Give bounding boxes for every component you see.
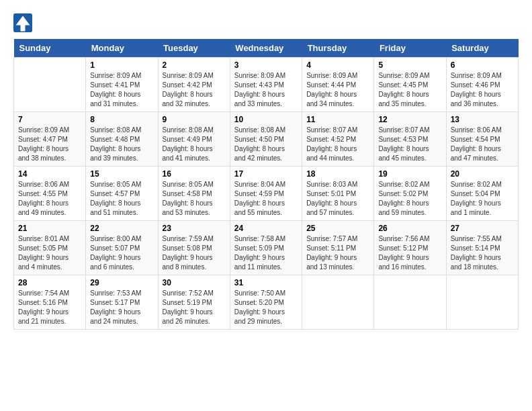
day-number: 23	[163, 224, 226, 233]
day-info: Sunrise: 8:02 AMSunset: 5:04 PMDaylight:…	[451, 180, 514, 218]
calendar-cell: 1 Sunrise: 8:09 AMSunset: 4:41 PMDayligh…	[86, 58, 158, 112]
logo-icon	[13, 13, 32, 32]
calendar-cell: 23 Sunrise: 7:59 AMSunset: 5:08 PMDaylig…	[158, 221, 230, 275]
calendar-cell: 24 Sunrise: 7:58 AMSunset: 5:09 PMDaylig…	[230, 221, 302, 275]
calendar-cell	[446, 275, 518, 330]
day-info: Sunrise: 8:07 AMSunset: 4:52 PMDaylight:…	[306, 126, 369, 163]
calendar-week-2: 7 Sunrise: 8:09 AMSunset: 4:47 PMDayligh…	[14, 112, 519, 167]
logo	[13, 13, 35, 32]
day-info: Sunrise: 8:09 AMSunset: 4:43 PMDaylight:…	[234, 71, 298, 109]
calendar-cell: 6 Sunrise: 8:09 AMSunset: 4:46 PMDayligh…	[446, 58, 518, 112]
calendar-cell: 9 Sunrise: 8:08 AMSunset: 4:49 PMDayligh…	[158, 112, 230, 167]
calendar-cell: 16 Sunrise: 8:05 AMSunset: 4:58 PMDaylig…	[158, 167, 230, 221]
calendar-cell: 19 Sunrise: 8:02 AMSunset: 5:02 PMDaylig…	[374, 167, 446, 221]
calendar-cell	[14, 58, 86, 112]
day-number: 9	[163, 115, 226, 124]
calendar-week-4: 21 Sunrise: 8:01 AMSunset: 5:05 PMDaylig…	[14, 221, 519, 275]
day-number: 28	[18, 278, 81, 287]
day-number: 2	[163, 60, 226, 70]
calendar-cell: 28 Sunrise: 7:54 AMSunset: 5:16 PMDaylig…	[14, 275, 86, 330]
calendar-week-3: 14 Sunrise: 8:06 AMSunset: 4:55 PMDaylig…	[14, 167, 519, 221]
calendar-cell: 18 Sunrise: 8:03 AMSunset: 5:01 PMDaylig…	[302, 167, 374, 221]
day-number: 7	[18, 115, 81, 124]
day-info: Sunrise: 7:59 AMSunset: 5:08 PMDaylight:…	[163, 234, 226, 272]
day-info: Sunrise: 7:50 AMSunset: 5:20 PMDaylight:…	[234, 289, 298, 326]
calendar-cell: 30 Sunrise: 7:52 AMSunset: 5:19 PMDaylig…	[158, 275, 230, 330]
calendar-week-5: 28 Sunrise: 7:54 AMSunset: 5:16 PMDaylig…	[14, 275, 519, 330]
day-number: 19	[378, 169, 441, 179]
calendar-cell	[302, 275, 374, 330]
day-number: 30	[163, 278, 226, 287]
calendar-cell	[374, 275, 446, 330]
day-number: 17	[234, 169, 298, 179]
day-info: Sunrise: 8:09 AMSunset: 4:45 PMDaylight:…	[378, 71, 441, 109]
day-number: 11	[306, 115, 369, 124]
day-number: 18	[306, 169, 369, 179]
day-number: 31	[234, 278, 298, 287]
calendar-cell: 7 Sunrise: 8:09 AMSunset: 4:47 PMDayligh…	[14, 112, 86, 167]
day-info: Sunrise: 8:09 AMSunset: 4:41 PMDaylight:…	[90, 71, 153, 109]
calendar-cell: 21 Sunrise: 8:01 AMSunset: 5:05 PMDaylig…	[14, 221, 86, 275]
day-header-friday: Friday	[374, 39, 446, 58]
day-header-sunday: Sunday	[14, 39, 86, 58]
day-info: Sunrise: 7:58 AMSunset: 5:09 PMDaylight:…	[234, 234, 298, 272]
calendar-cell: 8 Sunrise: 8:08 AMSunset: 4:48 PMDayligh…	[86, 112, 158, 167]
day-number: 22	[90, 224, 153, 233]
day-info: Sunrise: 7:57 AMSunset: 5:11 PMDaylight:…	[306, 234, 369, 272]
day-info: Sunrise: 8:08 AMSunset: 4:48 PMDaylight:…	[90, 126, 153, 163]
calendar-cell: 25 Sunrise: 7:57 AMSunset: 5:11 PMDaylig…	[302, 221, 374, 275]
calendar-cell: 5 Sunrise: 8:09 AMSunset: 4:45 PMDayligh…	[374, 58, 446, 112]
calendar-cell: 22 Sunrise: 8:00 AMSunset: 5:07 PMDaylig…	[86, 221, 158, 275]
day-number: 14	[18, 169, 81, 179]
calendar-cell: 13 Sunrise: 8:06 AMSunset: 4:54 PMDaylig…	[446, 112, 518, 167]
day-info: Sunrise: 8:09 AMSunset: 4:44 PMDaylight:…	[306, 71, 369, 109]
day-number: 8	[90, 115, 153, 124]
day-info: Sunrise: 8:09 AMSunset: 4:47 PMDaylight:…	[18, 126, 81, 163]
day-number: 16	[163, 169, 226, 179]
calendar-cell: 11 Sunrise: 8:07 AMSunset: 4:52 PMDaylig…	[302, 112, 374, 167]
day-info: Sunrise: 7:53 AMSunset: 5:17 PMDaylight:…	[90, 289, 153, 326]
day-number: 26	[378, 224, 441, 233]
day-number: 15	[90, 169, 153, 179]
day-number: 10	[234, 115, 298, 124]
day-info: Sunrise: 8:00 AMSunset: 5:07 PMDaylight:…	[90, 234, 153, 272]
header	[13, 13, 519, 32]
calendar-cell: 29 Sunrise: 7:53 AMSunset: 5:17 PMDaylig…	[86, 275, 158, 330]
calendar-header-row: SundayMondayTuesdayWednesdayThursdayFrid…	[14, 39, 519, 58]
day-info: Sunrise: 8:05 AMSunset: 4:57 PMDaylight:…	[90, 180, 153, 218]
day-info: Sunrise: 8:05 AMSunset: 4:58 PMDaylight:…	[163, 180, 226, 218]
calendar-cell: 31 Sunrise: 7:50 AMSunset: 5:20 PMDaylig…	[230, 275, 302, 330]
day-header-monday: Monday	[86, 39, 158, 58]
calendar-cell: 26 Sunrise: 7:56 AMSunset: 5:12 PMDaylig…	[374, 221, 446, 275]
day-number: 1	[90, 60, 153, 70]
day-number: 21	[18, 224, 81, 233]
day-number: 5	[378, 60, 441, 70]
calendar-cell: 20 Sunrise: 8:02 AMSunset: 5:04 PMDaylig…	[446, 167, 518, 221]
calendar-cell: 10 Sunrise: 8:08 AMSunset: 4:50 PMDaylig…	[230, 112, 302, 167]
day-info: Sunrise: 8:02 AMSunset: 5:02 PMDaylight:…	[378, 180, 441, 218]
calendar-cell: 2 Sunrise: 8:09 AMSunset: 4:42 PMDayligh…	[158, 58, 230, 112]
calendar-week-1: 1 Sunrise: 8:09 AMSunset: 4:41 PMDayligh…	[14, 58, 519, 112]
day-number: 24	[234, 224, 298, 233]
day-header-tuesday: Tuesday	[158, 39, 230, 58]
day-number: 3	[234, 60, 298, 70]
day-number: 6	[451, 60, 514, 70]
day-header-saturday: Saturday	[446, 39, 518, 58]
day-info: Sunrise: 8:03 AMSunset: 5:01 PMDaylight:…	[306, 180, 369, 218]
day-info: Sunrise: 8:01 AMSunset: 5:05 PMDaylight:…	[18, 234, 81, 272]
day-info: Sunrise: 8:06 AMSunset: 4:54 PMDaylight:…	[451, 126, 514, 163]
calendar-cell: 12 Sunrise: 8:07 AMSunset: 4:53 PMDaylig…	[374, 112, 446, 167]
day-number: 13	[451, 115, 514, 124]
calendar-cell: 14 Sunrise: 8:06 AMSunset: 4:55 PMDaylig…	[14, 167, 86, 221]
day-number: 12	[378, 115, 441, 124]
calendar-cell: 3 Sunrise: 8:09 AMSunset: 4:43 PMDayligh…	[230, 58, 302, 112]
day-number: 27	[451, 224, 514, 233]
calendar-cell: 15 Sunrise: 8:05 AMSunset: 4:57 PMDaylig…	[86, 167, 158, 221]
day-info: Sunrise: 7:56 AMSunset: 5:12 PMDaylight:…	[378, 234, 441, 272]
day-info: Sunrise: 8:06 AMSunset: 4:55 PMDaylight:…	[18, 180, 81, 218]
calendar-cell: 27 Sunrise: 7:55 AMSunset: 5:14 PMDaylig…	[446, 221, 518, 275]
day-number: 29	[90, 278, 153, 287]
calendar-cell: 4 Sunrise: 8:09 AMSunset: 4:44 PMDayligh…	[302, 58, 374, 112]
day-number: 20	[451, 169, 514, 179]
day-info: Sunrise: 7:54 AMSunset: 5:16 PMDaylight:…	[18, 289, 81, 326]
